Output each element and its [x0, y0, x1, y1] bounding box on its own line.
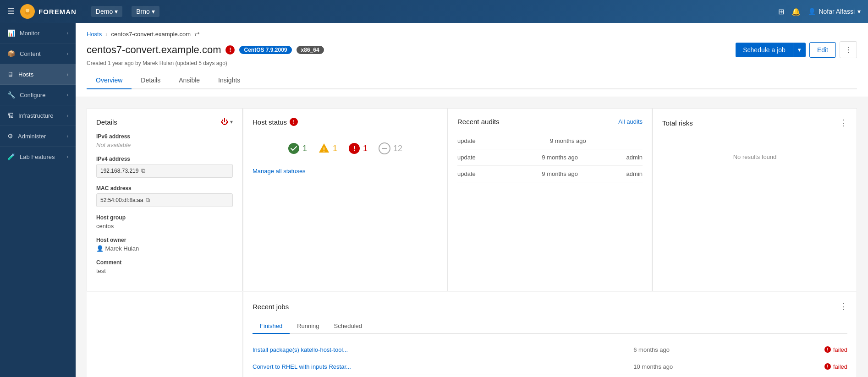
job-status: ! failed [824, 363, 847, 370]
grid-icon[interactable]: ⊞ [778, 7, 784, 16]
logo-icon [20, 4, 35, 19]
audit-rows: update 9 months ago update 9 months ago … [457, 133, 643, 182]
host-meta: Created 1 year ago by Marek Hulan (updat… [87, 60, 857, 66]
job-status: ! failed [824, 346, 847, 353]
job-name[interactable]: Convert to RHEL with inputs Restar... [253, 363, 633, 370]
lab-icon: 🧪 [7, 153, 15, 160]
chevron-icon: › [67, 134, 68, 139]
manage-statuses-link[interactable]: Manage all statuses [253, 168, 306, 175]
monitor-icon: 📊 [7, 29, 15, 37]
job-time: 6 months ago [633, 346, 824, 353]
recent-audits-card: Recent audits All audits update 9 months… [448, 108, 652, 291]
tab-details[interactable]: Details [132, 72, 170, 89]
job-row: Package mc: present 11 months ago ! fail… [253, 375, 847, 377]
sidebar-item-label: Content [20, 50, 41, 57]
power-icon[interactable]: ⏻ [221, 118, 228, 126]
arch-badge: x86_64 [297, 46, 324, 54]
chevron-icon: › [67, 31, 68, 36]
ok-count: 1 [302, 144, 307, 153]
copy-ipv4-icon[interactable]: ⧉ [141, 167, 145, 175]
audit-row: update 9 months ago admin [457, 166, 643, 182]
bell-icon[interactable]: 🔔 [791, 7, 801, 16]
ipv6-field: IPv6 address Not available [96, 133, 233, 148]
sidebar: 📊 Monitor › 📦 Content › 🖥 Hosts › 🔧 Conf… [0, 23, 76, 377]
status-ok: 1 [288, 142, 307, 154]
comment-field: Comment test [96, 259, 233, 274]
jobs-tab-finished[interactable]: Finished [253, 319, 290, 334]
status-warning-icon: ! [290, 118, 298, 126]
chevron-icon: › [67, 51, 68, 56]
failed-icon: ! [824, 363, 831, 370]
job-row: Convert to RHEL with inputs Restar... 10… [253, 358, 847, 375]
host-warning-icon[interactable]: ! [225, 45, 235, 55]
chevron-icon: › [67, 113, 68, 118]
infrastructure-icon: 🏗 [7, 112, 14, 119]
disabled-circle-icon [379, 142, 390, 154]
jobs-tab-bar: Finished Running Scheduled [253, 319, 847, 334]
main-content: Hosts › centos7-convert.example.com ⇄ ce… [76, 23, 868, 377]
swap-icon[interactable]: ⇄ [194, 30, 200, 38]
user-owner-icon: 👤 [96, 245, 104, 252]
ipv4-field: IPv4 address 192.168.73.219 ⧉ [96, 156, 233, 178]
menu-icon[interactable]: ☰ [7, 6, 15, 16]
jobs-tab-running[interactable]: Running [290, 319, 326, 334]
ipv4-value: 192.168.73.219 [100, 168, 138, 174]
tab-overview[interactable]: Overview [87, 72, 132, 89]
sidebar-item-infrastructure[interactable]: 🏗 Infrastructure › [0, 105, 76, 126]
location-arrow-icon: ▾ [152, 8, 155, 15]
job-row: Install package(s) katello-host-tool... … [253, 341, 847, 358]
details-card-bottom [87, 292, 242, 377]
chevron-icon: › [67, 93, 68, 98]
env-label: Demo [96, 8, 113, 15]
edit-button[interactable]: Edit [809, 42, 836, 58]
recent-jobs-card: Recent jobs ⋮ Finished Running Scheduled… [243, 292, 857, 377]
details-card-title: Details [96, 118, 117, 126]
status-indicators: 1 ! 1 ! 1 12 [253, 133, 438, 164]
warn-count: 1 [333, 144, 337, 153]
sidebar-item-content[interactable]: 📦 Content › [0, 44, 76, 64]
power-dropdown-icon[interactable]: ▾ [230, 119, 233, 125]
hostowner-field: Host owner 👤 Marek Hulan [96, 237, 233, 252]
copy-mac-icon[interactable]: ⧉ [146, 197, 150, 204]
sidebar-item-configure[interactable]: 🔧 Configure › [0, 85, 76, 105]
audit-row: update 9 months ago admin [457, 149, 643, 166]
warning-triangle-icon: ! [318, 142, 330, 154]
schedule-job-dropdown[interactable]: ▾ [793, 43, 806, 57]
checkmark-circle-icon [288, 142, 300, 154]
risks-title: Total risks [662, 119, 693, 127]
more-options-button[interactable]: ⋮ [840, 41, 857, 58]
risks-menu-icon[interactable]: ⋮ [839, 118, 847, 128]
env-selector[interactable]: Demo ▾ [91, 6, 122, 17]
jobs-title: Recent jobs [253, 303, 289, 311]
error-circle-icon: ! [348, 142, 360, 154]
jobs-menu-icon[interactable]: ⋮ [839, 301, 847, 311]
tab-ansible[interactable]: Ansible [170, 72, 209, 89]
sidebar-item-lab[interactable]: 🧪 Lab Features › [0, 147, 76, 167]
configure-icon: 🔧 [7, 91, 15, 98]
sidebar-item-hosts[interactable]: 🖥 Hosts › [0, 64, 76, 85]
sidebar-item-label: Monitor [20, 30, 39, 37]
sidebar-item-label: Lab Features [20, 153, 55, 160]
jobs-tab-scheduled[interactable]: Scheduled [327, 319, 369, 334]
job-name[interactable]: Install package(s) katello-host-tool... [253, 346, 633, 353]
os-badge: CentOS 7.9.2009 [239, 46, 291, 54]
job-rows: Install package(s) katello-host-tool... … [253, 341, 847, 377]
user-menu[interactable]: 👤 Nofar Alfassi ▾ [808, 8, 861, 15]
hosts-icon: 🖥 [7, 71, 14, 78]
sidebar-item-administer[interactable]: ⚙ Administer › [0, 126, 76, 147]
schedule-job-button[interactable]: Schedule a job [736, 43, 793, 57]
breadcrumb: Hosts › centos7-convert.example.com ⇄ [87, 30, 857, 38]
job-time: 10 months ago [633, 363, 824, 370]
sidebar-item-monitor[interactable]: 📊 Monitor › [0, 23, 76, 44]
tab-insights[interactable]: Insights [209, 72, 249, 89]
all-audits-link[interactable]: All audits [618, 118, 643, 125]
breadcrumb-hosts-link[interactable]: Hosts [87, 31, 102, 38]
failed-icon: ! [824, 346, 831, 353]
tab-bar: Overview Details Ansible Insights [87, 72, 857, 89]
sidebar-item-label: Configure [20, 92, 45, 98]
svg-text:!: ! [827, 347, 828, 352]
location-selector[interactable]: Brno ▾ [132, 6, 159, 17]
navbar: ☰ FOREMAN Demo ▾ Brno ▾ ⊞ 🔔 👤 Nofar Alfa… [0, 0, 868, 23]
host-status-card: Host status ! 1 ! 1 [243, 108, 447, 291]
content-icon: 📦 [7, 50, 15, 57]
